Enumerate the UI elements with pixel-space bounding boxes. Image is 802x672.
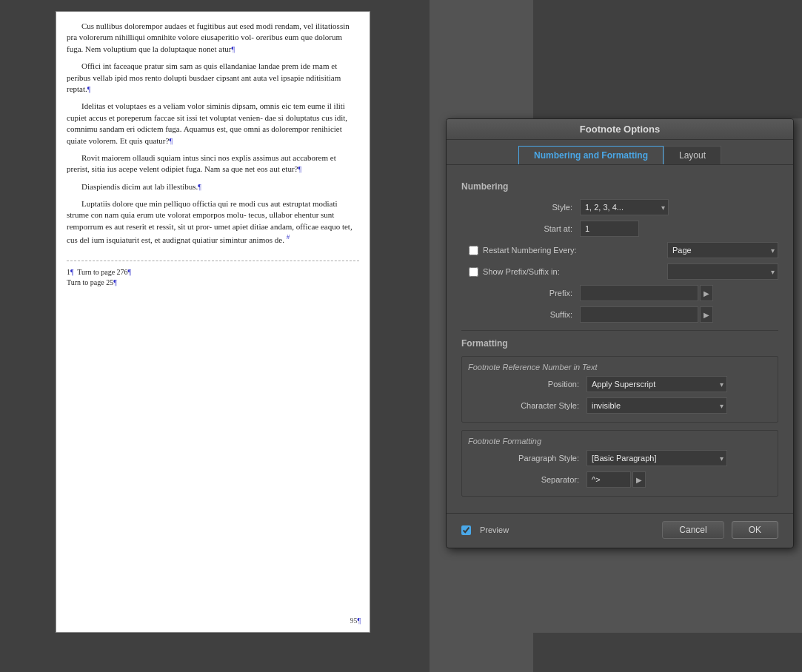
- style-row: Style: 1, 2, 3, 4... A, B, C... a, b, c.…: [461, 199, 778, 215]
- pilcrow-f3: ¶: [113, 278, 117, 286]
- preview-label: Preview: [480, 525, 509, 534]
- footer-line-2: Turn to page 25¶: [67, 278, 359, 288]
- position-row: Position: Apply Superscript Ruby Normal: [468, 376, 772, 392]
- doc-paragraph-6: Luptatiis dolore que min pelliquo offict…: [67, 198, 359, 246]
- doc-paragraph-2: Offici int faceaque pratur sim sam as qu…: [67, 61, 359, 95]
- tab-numbering-label: Numbering and Formatting: [534, 150, 648, 161]
- para-style-select-wrapper: [Basic Paragraph] [No Paragraph Style]: [587, 450, 727, 466]
- prefix-control: ▶: [580, 285, 778, 301]
- footnote-options-dialog: Footnote Options Numbering and Formattin…: [446, 118, 794, 548]
- separator-arrow-btn[interactable]: ▶: [632, 471, 646, 488]
- prefix-arrow-btn[interactable]: ▶: [700, 285, 713, 301]
- footnote-divider: [67, 261, 359, 261]
- doc-paragraph-5: Diaspiendis dicim aut lab illestibus.¶: [67, 181, 359, 192]
- preview-checkbox[interactable]: [461, 525, 471, 535]
- tab-layout-label: Layout: [679, 150, 706, 161]
- document-page: Cus nullibus dolorempor audaes et fugiti…: [56, 11, 370, 633]
- footer-buttons: Cancel OK: [662, 521, 778, 539]
- footnote-fmt-box: Footnote Formatting Paragraph Style: [Ba…: [461, 430, 778, 497]
- dialog-tabs: Numbering and Formatting Layout: [447, 140, 793, 165]
- numbering-section-title: Numbering: [461, 181, 778, 192]
- footnote-fmt-title: Footnote Formatting: [468, 437, 772, 446]
- restart-row: Restart Numbering Every: Page Section Do…: [461, 242, 778, 258]
- start-at-label: Start at:: [461, 224, 580, 233]
- separator-control: ^> ▶: [587, 471, 772, 488]
- section-divider: [461, 330, 778, 331]
- footer-line-1: 1¶ Turn to page 276¶: [67, 267, 359, 278]
- prefix-inner: Show Prefix/Suffix in:: [469, 263, 778, 280]
- start-at-control: 1: [580, 221, 778, 237]
- cancel-button[interactable]: Cancel: [662, 521, 724, 539]
- suffix-label: Suffix:: [461, 310, 580, 319]
- char-style-label: Character Style:: [468, 401, 587, 410]
- style-label: Style:: [461, 203, 580, 212]
- char-style-select-wrapper: invisible [None]: [587, 397, 727, 414]
- char-style-row: Character Style: invisible [None]: [468, 397, 772, 414]
- style-select-wrapper: 1, 2, 3, 4... A, B, C... a, b, c...: [580, 199, 669, 215]
- doc-paragraph-4: Rovit maiorem ollaudi squiam intus sinci…: [67, 152, 359, 175]
- preview-check-group: Preview: [461, 525, 509, 535]
- pilcrow-4: ¶: [298, 165, 301, 173]
- para-style-label: Paragraph Style:: [468, 454, 587, 463]
- show-prefix-label: Show Prefix/Suffix in:: [483, 267, 661, 276]
- dialog-footer: Preview Cancel OK: [447, 513, 793, 548]
- prefix-row: Prefix: ▶: [461, 285, 778, 301]
- position-control: Apply Superscript Ruby Normal: [587, 376, 772, 392]
- separator-label: Separator:: [468, 475, 587, 484]
- footnote-ref: #: [287, 233, 290, 241]
- tab-layout[interactable]: Layout: [664, 146, 721, 164]
- style-select[interactable]: 1, 2, 3, 4... A, B, C... a, b, c...: [580, 199, 669, 215]
- para-style-row: Paragraph Style: [Basic Paragraph] [No P…: [468, 450, 772, 466]
- separator-input[interactable]: ^>: [587, 471, 631, 488]
- prefix-input[interactable]: [580, 285, 698, 301]
- tab-numbering-formatting[interactable]: Numbering and Formatting: [518, 146, 664, 164]
- restart-select[interactable]: Page Section Document: [667, 242, 778, 258]
- bg-right-bottom-panel: [533, 633, 802, 672]
- ref-number-box: Footnote Reference Number in Text Positi…: [461, 356, 778, 423]
- style-control: 1, 2, 3, 4... A, B, C... a, b, c...: [580, 199, 778, 215]
- para-style-select[interactable]: [Basic Paragraph] [No Paragraph Style]: [587, 450, 727, 466]
- page-number: 95¶: [350, 616, 361, 626]
- ref-number-title: Footnote Reference Number in Text: [468, 363, 772, 372]
- pilcrow-2: ¶: [87, 85, 91, 93]
- doc-footer: 1¶ Turn to page 276¶ Turn to page 25¶: [56, 264, 370, 291]
- ok-button[interactable]: OK: [732, 521, 778, 539]
- pilcrow-5: ¶: [198, 183, 201, 191]
- pilcrow-1: ¶: [231, 45, 235, 53]
- suffix-control: ▶: [580, 306, 778, 323]
- prefix-where-select[interactable]: [667, 263, 778, 280]
- prefix-label: Prefix:: [461, 289, 580, 298]
- pilcrow-f1: ¶: [70, 268, 74, 276]
- bg-right-top-panel: [533, 0, 802, 118]
- start-at-row: Start at: 1: [461, 221, 778, 237]
- prefix-select-wrapper: [667, 263, 778, 280]
- suffix-arrow-btn[interactable]: ▶: [700, 306, 713, 323]
- position-label: Position:: [468, 380, 587, 389]
- position-select[interactable]: Apply Superscript Ruby Normal: [587, 376, 727, 392]
- para-style-control: [Basic Paragraph] [No Paragraph Style]: [587, 450, 772, 466]
- doc-content: Cus nullibus dolorempor audaes et fugiti…: [56, 12, 370, 258]
- restart-inner: Restart Numbering Every: Page Section Do…: [469, 242, 778, 258]
- position-select-wrapper: Apply Superscript Ruby Normal: [587, 376, 727, 392]
- restart-select-wrapper: Page Section Document: [667, 242, 778, 258]
- dialog-body: Numbering Style: 1, 2, 3, 4... A, B, C..…: [447, 165, 793, 513]
- separator-row: Separator: ^> ▶: [468, 471, 772, 488]
- restart-checkbox[interactable]: [469, 246, 478, 255]
- restart-label: Restart Numbering Every:: [483, 246, 661, 255]
- doc-paragraph-3: Idelitas et voluptaes es a veliam volor …: [67, 101, 359, 147]
- char-style-control: invisible [None]: [587, 397, 772, 414]
- pilcrow-pg: ¶: [357, 616, 361, 625]
- char-style-select[interactable]: invisible [None]: [587, 397, 727, 414]
- dialog-titlebar: Footnote Options: [447, 119, 793, 140]
- doc-paragraph-1: Cus nullibus dolorempor audaes et fugiti…: [67, 21, 359, 55]
- pilcrow-3: ¶: [169, 137, 173, 145]
- dialog-title: Footnote Options: [580, 124, 660, 135]
- pilcrow-f2: ¶: [128, 268, 132, 276]
- start-at-input[interactable]: 1: [580, 221, 639, 237]
- suffix-input[interactable]: [580, 306, 698, 323]
- prefix-suffix-check-row: Show Prefix/Suffix in:: [461, 263, 778, 280]
- show-prefix-checkbox[interactable]: [469, 267, 478, 277]
- suffix-row: Suffix: ▶: [461, 306, 778, 323]
- formatting-section-title: Formatting: [461, 338, 778, 349]
